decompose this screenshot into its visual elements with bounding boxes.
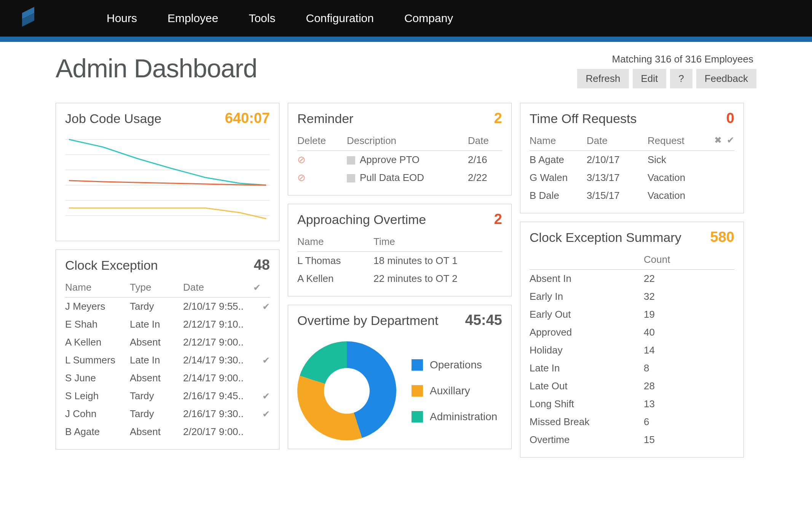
table-row[interactable]: Holiday14 <box>530 341 734 359</box>
legend-label: Auxillary <box>430 385 470 397</box>
reject-icon[interactable]: ✖ <box>714 135 722 145</box>
cell-delete[interactable]: ⊘ <box>297 151 347 169</box>
approaching-ot-table: Name Time L Thomas18 minutes to OT 1A Ke… <box>297 233 502 288</box>
th-type: Type <box>130 278 183 298</box>
legend-item-operations: Operations <box>412 359 497 371</box>
table-row[interactable]: S JuneAbsent2/14/17 9:00.. <box>65 369 270 387</box>
line-series-yellow <box>69 208 266 219</box>
table-row[interactable]: Late In8 <box>530 359 734 377</box>
nav-item-company[interactable]: Company <box>404 12 453 25</box>
dashboard-grid: Job Code Usage 640:07 <box>56 103 756 458</box>
clock-exception-table: Name Type Date ✔ J MeyersTardy2/10/17 9:… <box>65 278 270 441</box>
nav-item-hours[interactable]: Hours <box>107 12 137 25</box>
cell-check[interactable]: ✔ <box>253 387 270 405</box>
logo[interactable] <box>19 7 88 30</box>
cell-name: A Kellen <box>297 270 373 288</box>
table-row[interactable]: B Dale3/15/17Vacation <box>530 187 734 205</box>
cell-label: Early Out <box>530 306 644 323</box>
panel-value: 48 <box>254 257 270 273</box>
cell-date: 2/10/17 9:55.. <box>183 298 253 316</box>
th-date: Date <box>587 132 648 151</box>
table-row[interactable]: Approved40 <box>530 323 734 341</box>
table-row[interactable]: Early In32 <box>530 288 734 306</box>
logo-icon <box>19 7 42 30</box>
table-row[interactable]: Early Out19 <box>530 306 734 323</box>
feedback-button[interactable]: Feedback <box>696 69 756 88</box>
cell-check[interactable] <box>253 369 270 387</box>
cell-count: 28 <box>644 377 734 395</box>
th-request: Request ✖ ✔ <box>648 132 734 151</box>
cell-label: Early In <box>530 288 644 306</box>
cell-delete[interactable]: ⊘ <box>297 169 347 187</box>
cell-date: 3/15/17 <box>587 187 648 205</box>
nav-item-employee[interactable]: Employee <box>168 12 218 25</box>
nav-item-configuration[interactable]: Configuration <box>306 12 373 25</box>
th-request-label: Request <box>648 135 684 146</box>
panel-overtime-by-department: Overtime by Department 45:45 Operations … <box>288 305 512 449</box>
cell-date: 2/22 <box>468 169 502 187</box>
panel-clock-exception: Clock Exception 48 Name Type Date ✔ J Me… <box>56 250 279 450</box>
approve-icon[interactable]: ✔ <box>727 135 734 145</box>
cell-check[interactable] <box>253 315 270 333</box>
legend-label: Operations <box>430 359 482 371</box>
table-row: ⊘Approve PTO2/16 <box>297 151 502 169</box>
table-row[interactable]: A KellenAbsent2/12/17 9:00.. <box>65 333 270 351</box>
th-date: Date <box>468 132 502 151</box>
clock-exception-summary-table: Count Absent In22Early In32Early Out19Ap… <box>530 251 734 449</box>
cell-date: 2/16 <box>468 151 502 169</box>
cell-check[interactable] <box>253 333 270 351</box>
table-row[interactable]: Absent In22 <box>530 270 734 288</box>
content: Admin Dashboard Matching 316 of 316 Empl… <box>0 42 812 480</box>
cell-date: 2/14/17 9:00.. <box>183 369 253 387</box>
panel-title: Clock Exception Summary <box>530 230 681 245</box>
swatch-teal <box>412 411 423 422</box>
cell-type: Absent <box>130 333 183 351</box>
table-row[interactable]: J MeyersTardy2/10/17 9:55..✔ <box>65 298 270 316</box>
check-icon: ✔ <box>262 301 270 312</box>
table-row[interactable]: S LeighTardy2/16/17 9:45..✔ <box>65 387 270 405</box>
table-row[interactable]: B Agate2/10/17Sick <box>530 151 734 169</box>
cell-time: 22 minutes to OT 2 <box>373 270 502 288</box>
nav-item-tools[interactable]: Tools <box>249 12 275 25</box>
header-buttons: Refresh Edit ? Feedback <box>577 69 756 88</box>
page-title: Admin Dashboard <box>56 53 257 83</box>
header-row: Admin Dashboard Matching 316 of 316 Empl… <box>56 53 756 88</box>
table-row[interactable]: Long Shift13 <box>530 395 734 413</box>
cell-name: E Shah <box>65 315 130 333</box>
table-row[interactable]: Overtime15 <box>530 431 734 449</box>
table-row[interactable]: L Thomas18 minutes to OT 1 <box>297 252 502 270</box>
checkbox-icon[interactable] <box>347 174 355 182</box>
cell-check[interactable]: ✔ <box>253 298 270 316</box>
table-row[interactable]: B AgateAbsent2/20/17 9:00.. <box>65 423 270 441</box>
job-code-usage-chart <box>65 132 270 231</box>
cell-check[interactable]: ✔ <box>253 351 270 369</box>
table-row[interactable]: Late Out28 <box>530 377 734 395</box>
help-button[interactable]: ? <box>670 69 692 88</box>
top-nav: Hours Employee Tools Configuration Compa… <box>0 0 812 37</box>
panel-job-code-usage: Job Code Usage 640:07 <box>56 103 279 241</box>
refresh-button[interactable]: Refresh <box>577 69 629 88</box>
panel-value: 2 <box>494 110 502 126</box>
cell-name: A Kellen <box>65 333 130 351</box>
table-row[interactable]: L SummersLate In2/14/17 9:30..✔ <box>65 351 270 369</box>
table-row[interactable]: Missed Break6 <box>530 413 734 431</box>
checkbox-icon[interactable] <box>347 156 355 165</box>
cell-type: Tardy <box>130 298 183 316</box>
table-row[interactable]: G Walen3/13/17Vacation <box>530 169 734 187</box>
cell-type: Absent <box>130 369 183 387</box>
table-row[interactable]: J CohnTardy2/16/17 9:30..✔ <box>65 405 270 423</box>
panel-approaching-overtime: Approaching Overtime 2 Name Time L Thoma… <box>288 204 512 296</box>
cell-name: L Thomas <box>297 252 373 270</box>
table-row[interactable]: E ShahLate In2/12/17 9:10.. <box>65 315 270 333</box>
cell-count: 40 <box>644 323 734 341</box>
cell-name: L Summers <box>65 351 130 369</box>
col-3: Time Off Requests 0 Name Date Request ✖ … <box>520 103 744 458</box>
cell-check[interactable]: ✔ <box>253 405 270 423</box>
cell-date: 2/12/17 9:10.. <box>183 315 253 333</box>
legend-label: Administration <box>430 411 497 423</box>
table-row[interactable]: A Kellen22 minutes to OT 2 <box>297 270 502 288</box>
edit-button[interactable]: Edit <box>633 69 667 88</box>
cell-check[interactable] <box>253 423 270 441</box>
table-row: ⊘Pull Data EOD2/22 <box>297 169 502 187</box>
panel-reminder: Reminder 2 Delete Description Date ⊘Appr… <box>288 103 512 195</box>
